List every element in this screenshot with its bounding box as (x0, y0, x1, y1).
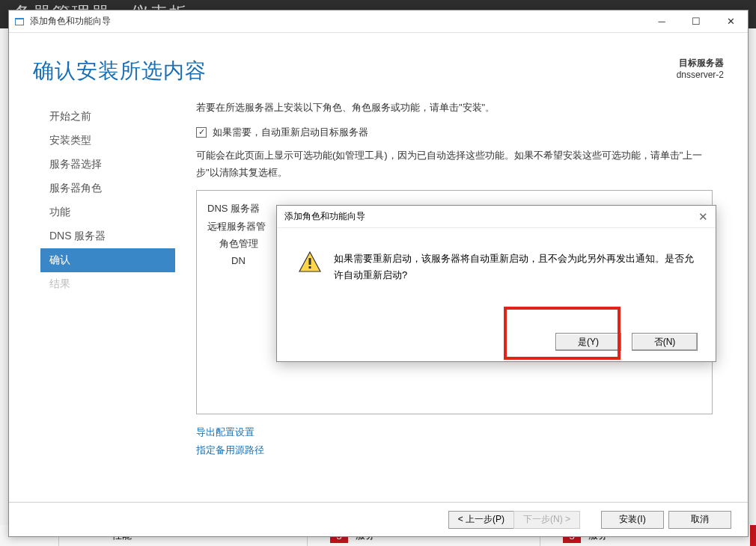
intro-text: 若要在所选服务器上安装以下角色、角色服务或功能，请单击"安装"。 (196, 100, 724, 115)
minimize-button[interactable]: ─ (644, 10, 679, 33)
wizard-sidebar: 开始之前 安装类型 服务器选择 服务器角色 功能 DNS 服务器 确认 结果 (40, 100, 175, 458)
warning-icon (298, 251, 322, 274)
dialog-message: 如果需要重新启动，该服务器将自动重新启动，且不会为此另外再发出通知。是否允许自动… (334, 251, 695, 283)
svg-rect-1 (16, 19, 23, 25)
dialog-close-icon[interactable]: ✕ (698, 210, 708, 224)
sidebar-item-dns-server[interactable]: DNS 服务器 (40, 224, 175, 248)
sidebar-item-install-type[interactable]: 安装类型 (40, 129, 175, 153)
confirm-dialog: 添加角色和功能向导 ✕ 如果需要重新启动，该服务器将自动重新启动，且不会为此另外… (276, 205, 716, 362)
auto-restart-checkbox[interactable]: ✓ (196, 127, 207, 138)
svg-rect-2 (309, 258, 311, 265)
auto-restart-label: 如果需要，自动重新启动目标服务器 (213, 126, 368, 139)
target-server-label: 目标服务器 (677, 57, 724, 70)
sidebar-item-server-roles[interactable]: 服务器角色 (40, 177, 175, 200)
note-text: 可能会在此页面上显示可选功能(如管理工具)，因为已自动选择这些功能。如果不希望安… (196, 147, 724, 182)
sidebar-item-results: 结果 (40, 272, 175, 296)
page-title: 确认安装所选内容 (33, 57, 207, 85)
sidebar-item-before-begin[interactable]: 开始之前 (40, 105, 175, 129)
install-button[interactable]: 安装(I) (601, 511, 664, 529)
svg-rect-3 (309, 266, 311, 269)
next-button: 下一步(N) > (513, 511, 580, 529)
sidebar-item-server-select[interactable]: 服务器选择 (40, 153, 175, 177)
no-button[interactable]: 否(N) (632, 333, 698, 351)
close-button[interactable]: ✕ (713, 10, 748, 33)
dialog-title: 添加角色和功能向导 (284, 210, 365, 223)
window-title: 添加角色和功能向导 (30, 15, 644, 28)
cancel-button[interactable]: 取消 (668, 511, 731, 529)
target-server-name: dnsserver-2 (677, 70, 724, 80)
maximize-button[interactable]: ☐ (679, 10, 713, 33)
sidebar-item-features[interactable]: 功能 (40, 200, 175, 224)
alt-source-link[interactable]: 指定备用源路径 (196, 441, 724, 458)
export-config-link[interactable]: 导出配置设置 (196, 423, 724, 441)
sidebar-item-confirm[interactable]: 确认 (40, 248, 175, 272)
wizard-icon (13, 16, 25, 28)
prev-button[interactable]: < 上一步(P) (448, 511, 514, 529)
title-bar: 添加角色和功能向导 ─ ☐ ✕ (9, 10, 748, 33)
yes-button[interactable]: 是(Y) (555, 333, 621, 351)
